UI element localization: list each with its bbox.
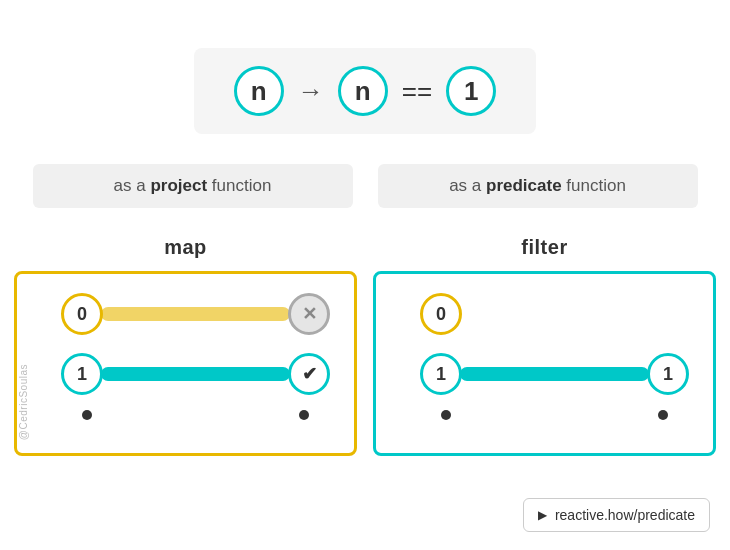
map-diagram-container: map @CedricSoulas 0 ✕ 1 bbox=[14, 236, 357, 456]
formula-arrow: → bbox=[298, 76, 324, 107]
formula-n-label: n bbox=[251, 76, 267, 107]
map-output-0: ✕ bbox=[288, 293, 330, 335]
map-dot-right bbox=[299, 410, 309, 420]
formula-equals: == bbox=[402, 76, 432, 107]
watermark: @CedricSoulas bbox=[18, 364, 29, 440]
filter-dot-row bbox=[376, 410, 713, 432]
map-diagram-box: @CedricSoulas 0 ✕ 1 bbox=[14, 271, 357, 456]
filter-input-0: 0 bbox=[420, 293, 462, 335]
predicate-prefix: as a bbox=[449, 176, 486, 195]
filter-content: 0 1 1 bbox=[376, 274, 713, 410]
filter-diagram-box: 0 1 1 bbox=[373, 271, 716, 456]
formula-1-label: 1 bbox=[464, 76, 478, 107]
formula-area: n → n == 1 bbox=[0, 0, 730, 164]
filter-diagram-container: filter 0 1 1 bbox=[373, 236, 716, 456]
project-bold: project bbox=[150, 176, 207, 195]
predicate-bold: predicate bbox=[486, 176, 562, 195]
map-output-1: ✔ bbox=[288, 353, 330, 395]
formula-1-circle: 1 bbox=[446, 66, 496, 116]
formula-n-circle: n bbox=[234, 66, 284, 116]
diagrams-row: map @CedricSoulas 0 ✕ 1 bbox=[0, 236, 730, 456]
map-row-0: 0 ✕ bbox=[61, 292, 330, 336]
labels-row: as a project function as a predicate fun… bbox=[0, 164, 730, 208]
filter-input-1: 1 bbox=[420, 353, 462, 395]
project-label-box: as a project function bbox=[33, 164, 353, 208]
map-track-1 bbox=[101, 367, 290, 381]
map-title: map bbox=[164, 236, 207, 259]
map-track-0 bbox=[101, 307, 290, 321]
link-text: reactive.how/predicate bbox=[555, 507, 695, 523]
map-row-1: 1 ✔ bbox=[61, 352, 330, 396]
formula-n2-label: n bbox=[355, 76, 371, 107]
filter-row-0: 0 bbox=[420, 292, 689, 336]
filter-dot-right bbox=[658, 410, 668, 420]
filter-dot-left bbox=[441, 410, 451, 420]
map-dot-row bbox=[17, 410, 354, 432]
formula-n2-circle: n bbox=[338, 66, 388, 116]
filter-title: filter bbox=[521, 236, 567, 259]
formula-box: n → n == 1 bbox=[194, 48, 536, 134]
map-content: 0 ✕ 1 ✔ bbox=[17, 274, 354, 410]
filter-output-1: 1 bbox=[647, 353, 689, 395]
play-icon: ▶ bbox=[538, 508, 547, 522]
map-dot-left bbox=[82, 410, 92, 420]
map-input-1: 1 bbox=[61, 353, 103, 395]
filter-row-1: 1 1 bbox=[420, 352, 689, 396]
bottom-link[interactable]: ▶ reactive.how/predicate bbox=[523, 498, 710, 532]
predicate-suffix: function bbox=[562, 176, 626, 195]
map-input-0: 0 bbox=[61, 293, 103, 335]
predicate-label-box: as a predicate function bbox=[378, 164, 698, 208]
filter-track-1 bbox=[460, 367, 649, 381]
project-prefix: as a bbox=[114, 176, 151, 195]
project-suffix: function bbox=[207, 176, 271, 195]
